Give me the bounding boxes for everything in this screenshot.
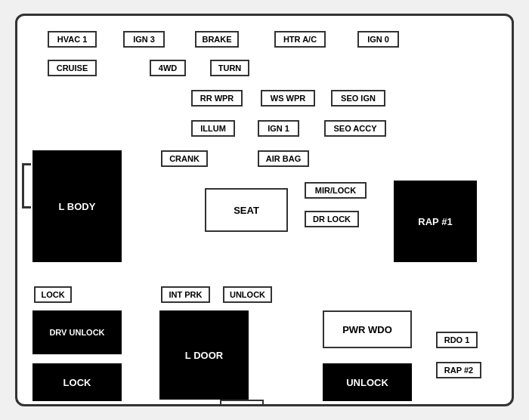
fuse-box-int_prk: INT PRK <box>161 286 210 303</box>
fuse-box-unlock_small: UNLOCK <box>223 286 272 303</box>
fuse-box-brake: BRAKE <box>195 31 239 48</box>
fuse-box-seo_ign: SEO IGN <box>331 90 385 107</box>
fuse-box-l_door: L DOOR <box>159 310 249 400</box>
fuse-box-ign1: IGN 1 <box>258 120 299 137</box>
fuse-box-ign0: IGN 0 <box>357 31 399 48</box>
fuse-box-rap1: RAP #1 <box>394 181 477 262</box>
fuse-box-ws_wpr: WS WPR <box>261 90 315 107</box>
fuse-box-seo_accy: SEO ACCY <box>324 120 386 137</box>
fuse-box-rap2: RAP #2 <box>436 362 481 378</box>
fuse-box-illum: ILLUM <box>191 120 235 137</box>
fuse-box-cruise: CRUISE <box>48 60 97 76</box>
fuse-box-crank: CRANK <box>161 150 208 167</box>
fuse-box-rdo1: RDO 1 <box>436 332 478 348</box>
fuse-box-l_body: L BODY <box>32 150 122 262</box>
fuse-box-htr_ac: HTR A/C <box>274 31 326 48</box>
fuse-box-diagram: HVAC 1IGN 3BRAKEHTR A/CIGN 0CRUISE4WDTUR… <box>15 14 514 406</box>
fuse-box-mir_lock: MIR/LOCK <box>305 182 367 199</box>
fuse-box-pwr_wdo: PWR WDO <box>323 310 412 348</box>
fuse-box-drv_unlock: DRV UNLOCK <box>32 310 122 354</box>
fuse-box-air_bag: AIR BAG <box>258 150 309 167</box>
fuse-box-4wd: 4WD <box>150 60 186 76</box>
l-body-bracket <box>22 163 31 208</box>
fuse-box-lock_large: LOCK <box>32 363 122 401</box>
fuse-box-turn: TURN <box>210 60 249 76</box>
fuse-box-unlock_large: UNLOCK <box>323 363 412 401</box>
bottom-connector-tab <box>220 400 264 406</box>
fuse-box-lock_small: LOCK <box>34 286 72 303</box>
fuse-box-rr_wpr: RR WPR <box>191 90 243 107</box>
fuse-box-hvac1: HVAC 1 <box>48 31 97 48</box>
fuse-box-ign3: IGN 3 <box>123 31 165 48</box>
fuse-box-seat: SEAT <box>205 188 288 232</box>
fuse-box-dr_lock: DR LOCK <box>305 211 359 227</box>
